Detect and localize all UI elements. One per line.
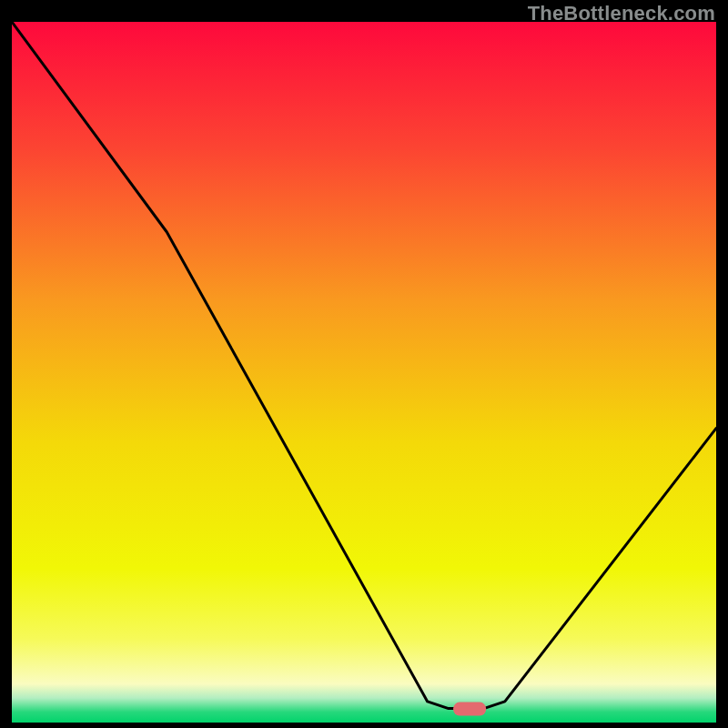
bottleneck-chart <box>12 22 716 723</box>
chart-background-gradient <box>12 22 716 723</box>
chart-frame <box>12 22 716 723</box>
optimal-marker <box>453 703 486 716</box>
